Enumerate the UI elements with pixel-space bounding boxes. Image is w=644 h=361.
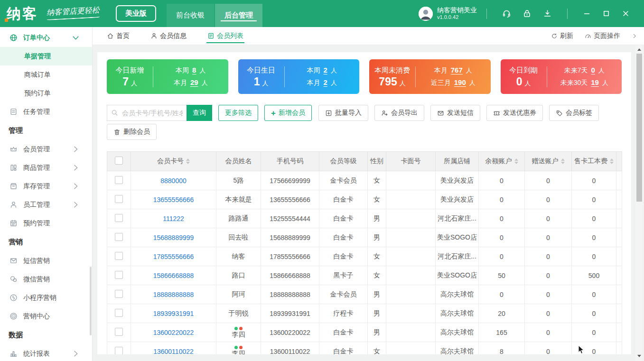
sidebar-item-sms-marketing[interactable]: 短信营销	[0, 251, 92, 270]
sidebar-item-wechat-marketing[interactable]: 微信营销	[0, 270, 92, 288]
scrollbar-thumb[interactable]	[636, 54, 642, 202]
sort-icon[interactable]	[514, 158, 518, 164]
member-table: 会员卡号会员姓名手机号码会员等级性别卡面号所属店铺余额账户赠送账户售卡工本费 8…	[107, 151, 622, 354]
member-tag-dots	[217, 346, 260, 349]
cell-name: 阿珂	[216, 285, 261, 304]
column-header-gift[interactable]: 赠送账户	[525, 152, 572, 171]
member-card-link[interactable]: 13655556666	[153, 196, 194, 204]
chevron-right-icon[interactable]	[632, 33, 637, 39]
row-checkbox[interactable]	[115, 309, 123, 317]
column-header-gender: 性别	[368, 152, 386, 171]
sort-icon[interactable]	[561, 158, 565, 164]
cell-level: 疗程卡	[319, 304, 368, 323]
stat-detail-value: 190	[454, 78, 466, 86]
sidebar-item-booking-orders[interactable]: 预约订单	[0, 84, 92, 102]
member-card-link[interactable]: 18939931991	[153, 310, 194, 317]
cell-card_no: 13600220022	[131, 323, 216, 342]
stat-detail-label: 本周	[307, 66, 320, 75]
cell-card_no: 15866668888	[131, 266, 216, 285]
row-checkbox[interactable]	[115, 233, 123, 241]
sidebar-item-inventory-manage[interactable]: 库存管理	[0, 177, 92, 195]
filler-cell	[616, 171, 622, 190]
row-checkbox[interactable]	[115, 328, 123, 336]
lock-icon[interactable]	[523, 9, 532, 18]
titlebar-tab-backend-manage[interactable]: 后台管理	[215, 4, 262, 27]
stat-card-unit: 人	[400, 79, 406, 88]
delete-member-button[interactable]: 删除会员	[107, 124, 157, 140]
member-card-link[interactable]: 18888888888	[153, 291, 194, 298]
page-ops-button[interactable]: 页面操作	[585, 32, 620, 40]
download-icon[interactable]	[543, 9, 552, 18]
sidebar-item-marketing-center[interactable]: 营销中心	[0, 307, 92, 325]
sidebar-item-order-center[interactable]: 订单中心	[0, 28, 92, 47]
close-button[interactable]	[622, 10, 629, 17]
scroll-up-button[interactable]	[635, 46, 643, 53]
query-button[interactable]: 查询	[187, 105, 212, 121]
sort-icon[interactable]	[186, 158, 190, 164]
refresh-button[interactable]: 刷新	[551, 32, 573, 40]
scroll-down-button[interactable]	[635, 352, 643, 359]
row-checkbox[interactable]	[115, 176, 123, 184]
list-icon	[207, 32, 215, 39]
vertical-scrollbar[interactable]	[635, 45, 643, 361]
more-filter-button[interactable]: 更多筛选	[218, 105, 258, 121]
sidebar-item-mall-orders[interactable]: 商城订单	[0, 65, 92, 84]
batch-import-button[interactable]: 批量导入	[318, 105, 368, 121]
column-header-balance[interactable]: 余额账户	[479, 152, 525, 171]
tab-member-list[interactable]: 会员列表	[207, 27, 243, 45]
select-all-checkbox[interactable]	[115, 157, 123, 165]
member-card-link[interactable]: 17855556666	[153, 253, 194, 260]
column-header-card_fee[interactable]: 售卡工本费	[572, 152, 616, 171]
sidebar-item-booking-manage[interactable]: 预约管理	[0, 214, 92, 232]
sort-icon[interactable]	[610, 158, 614, 164]
cell-card_fee: 0	[572, 304, 616, 323]
member-card-link[interactable]: 111222	[163, 215, 184, 222]
cell-gift: 0	[525, 209, 572, 228]
send-sms-button[interactable]: 发送短信	[430, 105, 480, 121]
member-card-link[interactable]: 15688889999	[153, 234, 194, 241]
stat-detail-row: 未来7天0人	[564, 66, 605, 75]
gauge-icon	[585, 33, 591, 39]
row-checkbox[interactable]	[115, 252, 123, 260]
sidebar-item-product-manage[interactable]: 商品管理	[0, 158, 92, 177]
stat-detail-value: 767	[451, 66, 463, 74]
add-member-button[interactable]: +新增会员	[264, 105, 312, 121]
member-tag-dots	[217, 327, 260, 330]
send-coupon-button[interactable]: 发送优惠券	[486, 105, 543, 121]
sidebar-item-bill-manage[interactable]: 单据管理	[0, 47, 92, 65]
member-card-link[interactable]: 13600220022	[153, 329, 194, 336]
row-checkbox[interactable]	[115, 290, 123, 298]
member-card-link[interactable]: 15866668888	[153, 272, 194, 279]
user-name: 纳客营销美业	[437, 6, 477, 15]
row-checkbox[interactable]	[115, 271, 123, 279]
member-card-link[interactable]: 13600110022	[153, 348, 194, 355]
row-checkbox[interactable]	[115, 214, 123, 222]
sidebar-item-label: 统计报表	[23, 350, 50, 358]
table-row: 18939931991于明锐18939931991疗程卡男高尔夫球馆2000	[107, 304, 622, 323]
sidebar-item-miniprogram-marketing[interactable]: 小程序营销	[0, 288, 92, 307]
member-tag-button[interactable]: 会员标签	[549, 105, 599, 121]
export-member-button[interactable]: 会员导出	[374, 105, 424, 121]
sidebar-item-staff-manage[interactable]: 员工管理	[0, 195, 92, 214]
column-label: 赠送账户	[532, 157, 559, 166]
stat-cards: 今日新增7人本周8人本月29人今日生日1人本周2人本月2人本周未消费795人本月…	[107, 59, 622, 94]
minimize-button[interactable]	[583, 10, 590, 17]
customer-service-icon[interactable]	[502, 9, 511, 18]
sidebar-scrollbar-thumb[interactable]	[90, 267, 92, 335]
titlebar-tab-front-cashier[interactable]: 前台收银	[167, 4, 214, 27]
sidebar-item-member-manage[interactable]: 会员管理	[0, 140, 92, 158]
tab-member-info[interactable]: 会员信息	[150, 27, 187, 45]
row-checkbox[interactable]	[115, 347, 123, 355]
add-member-label: 新增会员	[279, 109, 305, 117]
cell-phone: 13655556666	[261, 190, 319, 209]
tab-home[interactable]: 首页	[107, 27, 130, 45]
column-header-card_no[interactable]: 会员卡号	[131, 152, 216, 171]
cell-gender: 男	[368, 228, 386, 247]
search-input[interactable]	[107, 105, 187, 121]
sidebar-item-report-stats[interactable]: 统计报表	[0, 344, 92, 361]
member-card-link[interactable]: 8880000	[160, 177, 187, 185]
row-checkbox[interactable]	[115, 195, 123, 203]
maximize-button[interactable]	[603, 10, 610, 17]
sidebar-item-task-manage[interactable]: 任务管理	[0, 102, 92, 121]
column-header-inner: 赠送账户	[532, 157, 565, 166]
